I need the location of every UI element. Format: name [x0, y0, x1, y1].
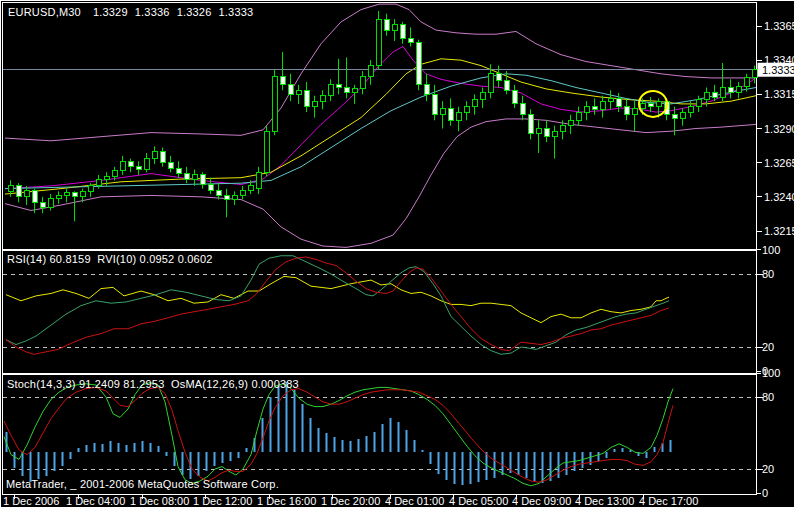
- rvi-main-line: [6, 256, 669, 355]
- candle-body: [128, 161, 133, 166]
- quote-low: 1.3326: [177, 6, 212, 18]
- candle-body: [296, 90, 301, 94]
- candle-body: [512, 90, 517, 104]
- rsi-line: [6, 276, 669, 322]
- candle-body: [96, 179, 101, 186]
- chart-title: EURUSD,M301.33291.33361.33261.3333: [8, 6, 260, 18]
- candle-body: [248, 186, 253, 190]
- candle-body: [656, 101, 661, 106]
- candle-body: [272, 77, 277, 132]
- candle-body: [712, 93, 717, 97]
- stoch-panel-frame: [3, 375, 757, 495]
- candle-body: [24, 190, 29, 197]
- candle-body: [536, 129, 541, 134]
- candle-body: [256, 172, 261, 188]
- stoch-panel-tick-label: 20: [762, 463, 774, 475]
- stoch-signal-line: [4, 387, 673, 482]
- candle-body: [592, 107, 597, 110]
- candle-body: [464, 107, 469, 112]
- candle-body: [224, 195, 229, 199]
- price-tick-label: 1.3265: [764, 157, 795, 169]
- candle-body: [192, 175, 197, 179]
- candle-body: [680, 112, 685, 119]
- candle-body: [360, 77, 365, 89]
- candle-body: [376, 19, 381, 65]
- time-axis-label: 4 Dec 05:00: [449, 495, 508, 507]
- candle-body: [704, 93, 709, 100]
- candle-body: [48, 198, 53, 208]
- time-axis-label: 1 Dec 16:00: [257, 495, 316, 507]
- candle-body: [64, 193, 69, 196]
- quote-close: 1.3333: [218, 6, 253, 18]
- candle-body: [616, 98, 621, 106]
- candle-body: [688, 107, 693, 112]
- candle-body: [736, 86, 741, 93]
- candle-body: [544, 129, 549, 137]
- time-axis-label: 4 Dec 13:00: [575, 495, 634, 507]
- candle-body: [8, 186, 13, 191]
- copyright-text: MetaTrader, _ 2001-2006 MetaQuotes Softw…: [6, 478, 279, 490]
- candle-body: [560, 126, 565, 131]
- stoch-panel-tick-label: 0: [762, 487, 768, 499]
- rsi-panel-tick-label: 100: [762, 244, 780, 256]
- candle-body: [416, 42, 421, 84]
- candle-body: [280, 77, 285, 85]
- candle-body: [648, 104, 653, 107]
- time-axis-label: 4 Dec 09:00: [512, 495, 571, 507]
- candle-body: [448, 108, 453, 120]
- candle-body: [392, 25, 397, 30]
- quote-high: 1.3336: [135, 6, 170, 18]
- candle-body: [80, 191, 85, 196]
- candle-body: [456, 112, 461, 120]
- time-axis-label: 1 Dec 2006: [3, 495, 59, 507]
- time-axis-label: 1 Dec 04:00: [66, 495, 125, 507]
- stoch-panel-tick-label: 80: [762, 391, 774, 403]
- candle-body: [208, 185, 213, 190]
- time-axis-label: 1 Dec 12:00: [193, 495, 252, 507]
- candle-body: [288, 85, 293, 95]
- candle-body: [304, 90, 309, 106]
- candle-body: [368, 66, 373, 77]
- candle-body: [88, 186, 93, 191]
- candle-body: [504, 81, 509, 91]
- symbol-timeframe-label: EURUSD,M30: [8, 6, 81, 18]
- rvi-signal-line: [6, 257, 669, 354]
- candle-body: [672, 115, 677, 119]
- candle-body: [552, 131, 557, 136]
- candle-body: [496, 74, 501, 81]
- current-price-badge-label: 1.3333: [762, 64, 795, 76]
- candle-body: [104, 176, 109, 179]
- candle-body: [144, 159, 149, 170]
- candle-body: [240, 190, 245, 195]
- candle-body: [184, 174, 189, 179]
- candle-body: [728, 88, 733, 93]
- candle-body: [232, 195, 237, 199]
- candle-body: [632, 108, 637, 115]
- metatrader-chart-window: 1.33651.33401.33151.32901.32651.32401.32…: [0, 0, 795, 508]
- time-axis-label: 1 Dec 20:00: [321, 495, 380, 507]
- candle-body: [568, 120, 573, 125]
- candle-body: [624, 107, 629, 115]
- candle-body: [640, 104, 645, 108]
- candle-body: [352, 89, 357, 93]
- price-tick-label: 1.3240: [764, 191, 795, 203]
- price-tick-label: 1.3290: [764, 123, 795, 135]
- ma-cyan: [5, 74, 756, 189]
- candle-body: [40, 202, 45, 207]
- rsi-panel-tick-label: 20: [762, 341, 774, 353]
- rsi-panel-frame: [3, 251, 757, 374]
- candle-body: [328, 85, 333, 96]
- candle-body: [112, 171, 117, 176]
- candle-body: [576, 112, 581, 120]
- quote-open: 1.3329: [93, 6, 128, 18]
- candle-body: [520, 104, 525, 115]
- candle-body: [384, 19, 389, 30]
- candle-body: [600, 101, 605, 109]
- time-axis-label: 4 Dec 01:00: [385, 495, 444, 507]
- candle-body: [528, 115, 533, 134]
- candle-body: [56, 195, 61, 198]
- candle-body: [120, 161, 125, 171]
- time-axis-label: 1 Dec 08:00: [130, 495, 189, 507]
- bollinger-middle: [5, 47, 756, 189]
- candle-body: [168, 163, 173, 168]
